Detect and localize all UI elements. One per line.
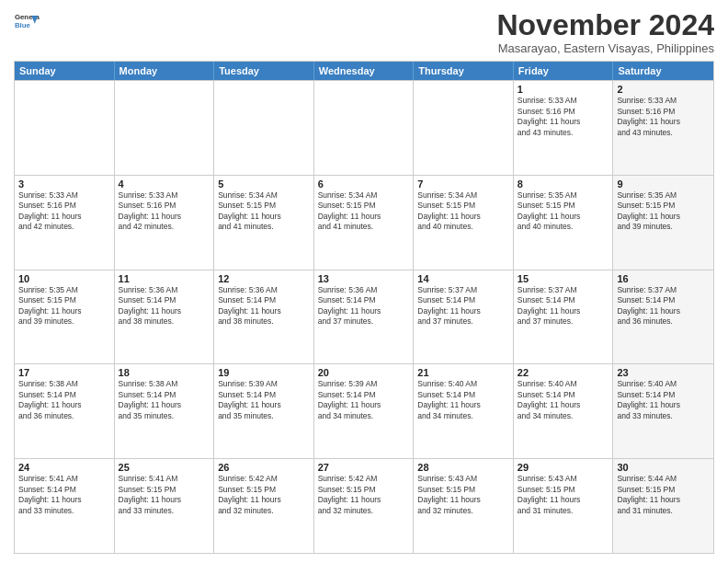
day-number: 2	[617, 84, 710, 95]
calendar-body: 1Sunrise: 5:33 AM Sunset: 5:16 PM Daylig…	[15, 80, 713, 553]
day-cell-11: 11Sunrise: 5:36 AM Sunset: 5:14 PM Dayli…	[115, 270, 215, 364]
day-info: Sunrise: 5:36 AM Sunset: 5:14 PM Dayligh…	[318, 285, 410, 327]
day-number: 28	[417, 462, 509, 473]
header: General Blue November 2024 Masarayao, Ea…	[14, 9, 714, 55]
day-info: Sunrise: 5:35 AM Sunset: 5:15 PM Dayligh…	[18, 285, 110, 327]
calendar: SundayMondayTuesdayWednesdayThursdayFrid…	[14, 61, 714, 554]
day-cell-13: 13Sunrise: 5:36 AM Sunset: 5:14 PM Dayli…	[314, 270, 415, 364]
title-block: November 2024 Masarayao, Eastern Visayas…	[496, 9, 714, 55]
day-number: 16	[617, 273, 710, 284]
day-cell-2: 2Sunrise: 5:33 AM Sunset: 5:16 PM Daylig…	[613, 81, 713, 175]
day-number: 12	[218, 273, 310, 284]
day-number: 23	[617, 367, 710, 378]
day-info: Sunrise: 5:34 AM Sunset: 5:15 PM Dayligh…	[417, 190, 509, 233]
empty-cell	[15, 81, 115, 175]
day-info: Sunrise: 5:37 AM Sunset: 5:14 PM Dayligh…	[518, 285, 609, 327]
day-info: Sunrise: 5:34 AM Sunset: 5:15 PM Dayligh…	[318, 190, 410, 233]
day-info: Sunrise: 5:40 AM Sunset: 5:14 PM Dayligh…	[518, 379, 609, 421]
day-number: 19	[218, 367, 310, 378]
svg-text:Blue: Blue	[15, 21, 31, 29]
day-cell-8: 8Sunrise: 5:35 AM Sunset: 5:15 PM Daylig…	[514, 176, 614, 270]
empty-cell	[214, 81, 314, 175]
header-cell-thursday: Thursday	[414, 62, 514, 80]
day-cell-29: 29Sunrise: 5:43 AM Sunset: 5:15 PM Dayli…	[514, 459, 614, 553]
day-number: 29	[518, 462, 609, 473]
day-info: Sunrise: 5:36 AM Sunset: 5:14 PM Dayligh…	[119, 285, 210, 327]
day-number: 22	[518, 367, 609, 378]
location: Masarayao, Eastern Visayas, Philippines	[496, 41, 714, 55]
day-info: Sunrise: 5:35 AM Sunset: 5:15 PM Dayligh…	[617, 190, 710, 233]
day-info: Sunrise: 5:43 AM Sunset: 5:15 PM Dayligh…	[417, 474, 509, 516]
day-info: Sunrise: 5:33 AM Sunset: 5:16 PM Dayligh…	[119, 190, 210, 233]
day-cell-10: 10Sunrise: 5:35 AM Sunset: 5:15 PM Dayli…	[15, 270, 115, 364]
calendar-row: 10Sunrise: 5:35 AM Sunset: 5:15 PM Dayli…	[15, 270, 713, 364]
logo: General Blue	[14, 9, 40, 35]
day-number: 6	[318, 178, 410, 190]
page: General Blue November 2024 Masarayao, Ea…	[0, 0, 728, 563]
day-info: Sunrise: 5:39 AM Sunset: 5:14 PM Dayligh…	[318, 379, 410, 421]
day-info: Sunrise: 5:40 AM Sunset: 5:14 PM Dayligh…	[617, 379, 710, 421]
day-info: Sunrise: 5:40 AM Sunset: 5:14 PM Dayligh…	[417, 379, 509, 421]
day-cell-26: 26Sunrise: 5:42 AM Sunset: 5:15 PM Dayli…	[214, 459, 314, 553]
day-cell-28: 28Sunrise: 5:43 AM Sunset: 5:15 PM Dayli…	[414, 459, 514, 553]
day-info: Sunrise: 5:42 AM Sunset: 5:15 PM Dayligh…	[218, 474, 310, 516]
day-info: Sunrise: 5:41 AM Sunset: 5:15 PM Dayligh…	[119, 474, 210, 516]
day-cell-9: 9Sunrise: 5:35 AM Sunset: 5:15 PM Daylig…	[613, 176, 713, 270]
day-cell-17: 17Sunrise: 5:38 AM Sunset: 5:14 PM Dayli…	[15, 364, 115, 458]
day-number: 27	[318, 462, 410, 473]
day-number: 30	[617, 462, 710, 473]
day-number: 15	[518, 273, 609, 284]
day-info: Sunrise: 5:38 AM Sunset: 5:14 PM Dayligh…	[18, 379, 110, 421]
header-cell-saturday: Saturday	[613, 62, 713, 80]
day-cell-7: 7Sunrise: 5:34 AM Sunset: 5:15 PM Daylig…	[414, 176, 514, 270]
day-info: Sunrise: 5:37 AM Sunset: 5:14 PM Dayligh…	[617, 285, 710, 327]
calendar-row: 24Sunrise: 5:41 AM Sunset: 5:14 PM Dayli…	[15, 458, 713, 553]
day-cell-30: 30Sunrise: 5:44 AM Sunset: 5:15 PM Dayli…	[613, 459, 713, 553]
day-cell-25: 25Sunrise: 5:41 AM Sunset: 5:15 PM Dayli…	[115, 459, 215, 553]
day-number: 9	[617, 178, 710, 190]
calendar-row: 17Sunrise: 5:38 AM Sunset: 5:14 PM Dayli…	[15, 363, 713, 458]
day-cell-27: 27Sunrise: 5:42 AM Sunset: 5:15 PM Dayli…	[314, 459, 415, 553]
day-number: 14	[417, 273, 509, 284]
day-cell-19: 19Sunrise: 5:39 AM Sunset: 5:14 PM Dayli…	[214, 364, 314, 458]
day-cell-3: 3Sunrise: 5:33 AM Sunset: 5:16 PM Daylig…	[15, 176, 115, 270]
day-cell-14: 14Sunrise: 5:37 AM Sunset: 5:14 PM Dayli…	[414, 270, 514, 364]
day-number: 25	[119, 462, 210, 473]
day-number: 21	[417, 367, 509, 378]
day-info: Sunrise: 5:37 AM Sunset: 5:14 PM Dayligh…	[417, 285, 509, 327]
day-cell-4: 4Sunrise: 5:33 AM Sunset: 5:16 PM Daylig…	[115, 176, 215, 270]
calendar-header: SundayMondayTuesdayWednesdayThursdayFrid…	[15, 62, 713, 80]
header-cell-wednesday: Wednesday	[314, 62, 415, 80]
header-cell-tuesday: Tuesday	[214, 62, 314, 80]
day-number: 10	[18, 273, 110, 284]
empty-cell	[414, 81, 514, 175]
calendar-row: 1Sunrise: 5:33 AM Sunset: 5:16 PM Daylig…	[15, 80, 713, 175]
day-info: Sunrise: 5:44 AM Sunset: 5:15 PM Dayligh…	[617, 474, 710, 516]
day-info: Sunrise: 5:38 AM Sunset: 5:14 PM Dayligh…	[119, 379, 210, 421]
day-info: Sunrise: 5:39 AM Sunset: 5:14 PM Dayligh…	[218, 379, 310, 421]
header-cell-sunday: Sunday	[15, 62, 115, 80]
day-number: 26	[218, 462, 310, 473]
logo-icon: General Blue	[14, 9, 40, 35]
day-number: 11	[119, 273, 210, 284]
day-number: 8	[518, 178, 609, 190]
day-cell-12: 12Sunrise: 5:36 AM Sunset: 5:14 PM Dayli…	[214, 270, 314, 364]
day-number: 7	[417, 178, 509, 190]
day-cell-15: 15Sunrise: 5:37 AM Sunset: 5:14 PM Dayli…	[514, 270, 614, 364]
day-number: 18	[119, 367, 210, 378]
day-cell-22: 22Sunrise: 5:40 AM Sunset: 5:14 PM Dayli…	[514, 364, 614, 458]
day-info: Sunrise: 5:42 AM Sunset: 5:15 PM Dayligh…	[318, 474, 410, 516]
empty-cell	[115, 81, 215, 175]
day-number: 3	[18, 178, 110, 190]
day-info: Sunrise: 5:33 AM Sunset: 5:16 PM Dayligh…	[18, 190, 110, 233]
day-cell-21: 21Sunrise: 5:40 AM Sunset: 5:14 PM Dayli…	[414, 364, 514, 458]
day-cell-1: 1Sunrise: 5:33 AM Sunset: 5:16 PM Daylig…	[514, 81, 614, 175]
day-number: 13	[318, 273, 410, 284]
month-title: November 2024	[496, 9, 714, 41]
day-cell-16: 16Sunrise: 5:37 AM Sunset: 5:14 PM Dayli…	[613, 270, 713, 364]
day-number: 24	[18, 462, 110, 473]
day-cell-24: 24Sunrise: 5:41 AM Sunset: 5:14 PM Dayli…	[15, 459, 115, 553]
day-info: Sunrise: 5:43 AM Sunset: 5:15 PM Dayligh…	[518, 474, 609, 516]
day-info: Sunrise: 5:35 AM Sunset: 5:15 PM Dayligh…	[518, 190, 609, 233]
header-cell-friday: Friday	[514, 62, 614, 80]
